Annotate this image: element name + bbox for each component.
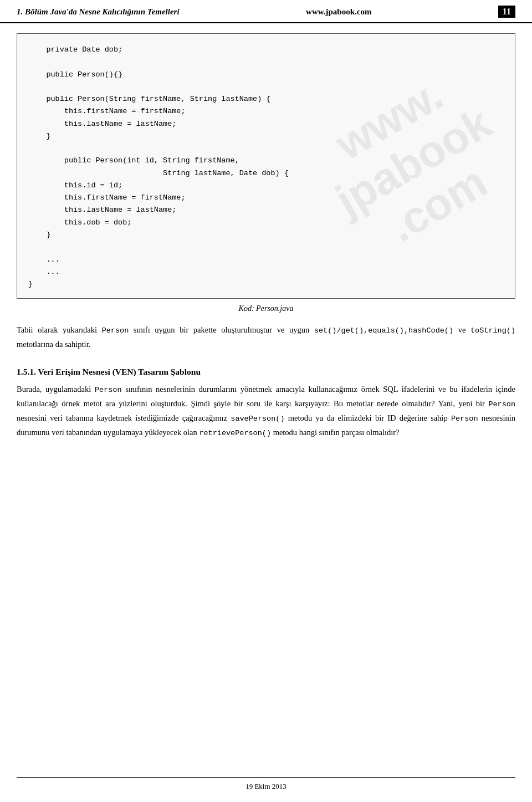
code-block: private Date dob; public Person(){} publ… <box>17 33 515 299</box>
inline-code-person3: Person <box>488 400 515 408</box>
inline-code-tostring: toString() <box>470 326 515 335</box>
page-header: 1. Bölüm Java'da Nesne Kalıcılığının Tem… <box>0 0 532 23</box>
footer-date: 19 Ekim 2013 <box>245 782 287 790</box>
section-body: Burada, uygulamadaki Person sınıfının ne… <box>17 382 515 440</box>
inline-code-methods: set()/get(),equals(),hashCode() <box>314 326 453 335</box>
code-caption: Kod: Person.java <box>17 304 515 313</box>
page-footer: 19 Ekim 2013 <box>17 777 515 791</box>
page-number: 11 <box>498 6 515 18</box>
body-paragraph: Tabii olarak yukarıdaki Person sınıfı uy… <box>17 323 515 351</box>
inline-code-saveperson: savePerson() <box>231 415 284 423</box>
body-text-start: Tabii olarak yukarıdaki Person sınıfı uy… <box>17 325 314 334</box>
inline-code-person2: Person <box>95 386 122 394</box>
inline-code-retrieveperson: retrievePerson() <box>199 429 271 437</box>
website-url: www.jpabook.com <box>306 7 371 17</box>
inline-code-person4: Person <box>451 415 478 423</box>
inline-code-person: Person <box>102 326 129 335</box>
section-heading: 1.5.1. Veri Erişim Nesnesi (VEN) Tasarım… <box>17 367 515 377</box>
code-content: private Date dob; public Person(){} publ… <box>28 44 504 290</box>
section-text-1: Burada, uygulamadaki Person sınıfının ne… <box>17 385 515 437</box>
chapter-title: 1. Bölüm Java'da Nesne Kalıcılığının Tem… <box>17 7 180 17</box>
